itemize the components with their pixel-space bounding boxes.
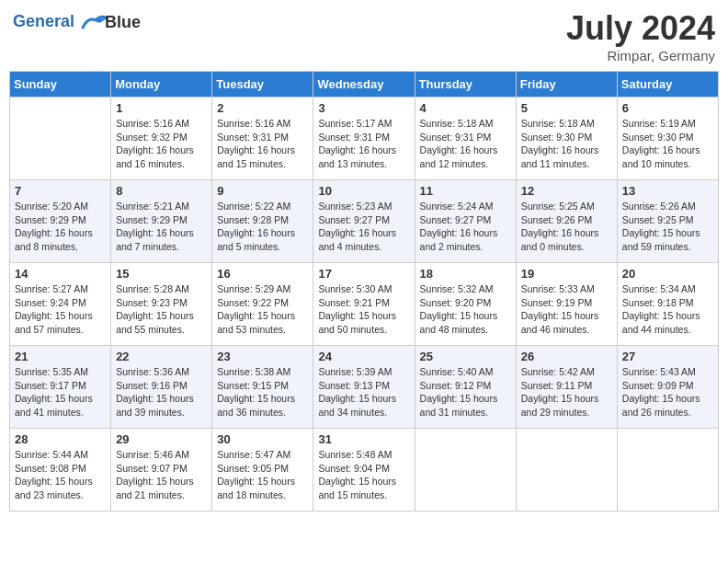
day-info: Sunrise: 5:38 AMSunset: 9:15 PMDaylight:… (217, 365, 308, 419)
logo-general: General (13, 12, 74, 30)
day-number: 21 (15, 350, 106, 363)
calendar-cell: 29Sunrise: 5:46 AMSunset: 9:07 PMDayligh… (111, 429, 212, 511)
page-header: General Blue July 2024 Rimpar, Germany (9, 9, 719, 63)
calendar-cell: 10Sunrise: 5:23 AMSunset: 9:27 PMDayligh… (313, 180, 415, 263)
day-info: Sunrise: 5:19 AMSunset: 9:30 PMDaylight:… (622, 117, 713, 171)
day-info: Sunrise: 5:18 AMSunset: 9:30 PMDaylight:… (521, 117, 612, 171)
day-number: 27 (622, 350, 713, 363)
calendar-cell: 30Sunrise: 5:47 AMSunset: 9:05 PMDayligh… (212, 429, 313, 511)
day-info: Sunrise: 5:36 AMSunset: 9:16 PMDaylight:… (116, 365, 207, 419)
day-info: Sunrise: 5:48 AMSunset: 9:04 PMDaylight:… (318, 448, 409, 502)
week-row-1: 1Sunrise: 5:16 AMSunset: 9:32 PMDaylight… (10, 98, 719, 180)
calendar-cell: 7Sunrise: 5:20 AMSunset: 9:29 PMDaylight… (10, 180, 111, 263)
calendar-cell: 21Sunrise: 5:35 AMSunset: 9:17 PMDayligh… (10, 346, 111, 429)
logo-bird-icon (81, 9, 107, 35)
day-header-friday: Friday (516, 72, 617, 98)
calendar-cell: 2Sunrise: 5:16 AMSunset: 9:31 PMDaylight… (212, 98, 313, 180)
title-block: July 2024 Rimpar, Germany (566, 9, 715, 63)
logo: General Blue (13, 9, 141, 35)
week-row-3: 14Sunrise: 5:27 AMSunset: 9:24 PMDayligh… (10, 263, 719, 346)
calendar-cell: 22Sunrise: 5:36 AMSunset: 9:16 PMDayligh… (111, 346, 212, 429)
day-number: 16 (217, 267, 308, 281)
day-info: Sunrise: 5:29 AMSunset: 9:22 PMDaylight:… (217, 282, 308, 337)
day-header-monday: Monday (111, 72, 212, 98)
day-number: 14 (15, 267, 106, 281)
day-number: 6 (622, 101, 713, 115)
calendar-cell: 23Sunrise: 5:38 AMSunset: 9:15 PMDayligh… (212, 346, 313, 429)
calendar-cell: 11Sunrise: 5:24 AMSunset: 9:27 PMDayligh… (415, 180, 516, 263)
week-row-4: 21Sunrise: 5:35 AMSunset: 9:17 PMDayligh… (10, 346, 719, 429)
day-info: Sunrise: 5:39 AMSunset: 9:13 PMDaylight:… (318, 365, 409, 419)
calendar-cell: 20Sunrise: 5:34 AMSunset: 9:18 PMDayligh… (617, 263, 718, 346)
day-number: 1 (116, 101, 207, 115)
calendar-table: SundayMondayTuesdayWednesdayThursdayFrid… (9, 71, 719, 511)
day-info: Sunrise: 5:33 AMSunset: 9:19 PMDaylight:… (521, 282, 612, 337)
calendar-cell: 8Sunrise: 5:21 AMSunset: 9:29 PMDaylight… (111, 180, 212, 263)
day-info: Sunrise: 5:28 AMSunset: 9:23 PMDaylight:… (116, 282, 207, 337)
day-info: Sunrise: 5:30 AMSunset: 9:21 PMDaylight:… (318, 282, 409, 337)
calendar-cell: 17Sunrise: 5:30 AMSunset: 9:21 PMDayligh… (313, 263, 415, 346)
day-number: 20 (622, 267, 713, 281)
day-header-saturday: Saturday (617, 72, 718, 98)
calendar-cell (10, 98, 111, 180)
day-number: 13 (622, 184, 713, 198)
day-header-tuesday: Tuesday (212, 72, 313, 98)
day-info: Sunrise: 5:44 AMSunset: 9:08 PMDaylight:… (15, 448, 106, 502)
calendar-cell: 31Sunrise: 5:48 AMSunset: 9:04 PMDayligh… (313, 429, 415, 511)
calendar-cell: 25Sunrise: 5:40 AMSunset: 9:12 PMDayligh… (415, 346, 516, 429)
day-number: 3 (318, 101, 409, 115)
day-number: 23 (217, 350, 308, 363)
day-info: Sunrise: 5:42 AMSunset: 9:11 PMDaylight:… (521, 365, 612, 419)
day-info: Sunrise: 5:40 AMSunset: 9:12 PMDaylight:… (420, 365, 511, 419)
calendar-cell: 28Sunrise: 5:44 AMSunset: 9:08 PMDayligh… (10, 429, 111, 511)
day-info: Sunrise: 5:27 AMSunset: 9:24 PMDaylight:… (15, 282, 106, 337)
day-info: Sunrise: 5:34 AMSunset: 9:18 PMDaylight:… (622, 282, 713, 337)
calendar-cell: 1Sunrise: 5:16 AMSunset: 9:32 PMDaylight… (111, 98, 212, 180)
day-info: Sunrise: 5:16 AMSunset: 9:31 PMDaylight:… (217, 117, 308, 171)
location: Rimpar, Germany (566, 48, 715, 63)
calendar-cell: 16Sunrise: 5:29 AMSunset: 9:22 PMDayligh… (212, 263, 313, 346)
day-info: Sunrise: 5:43 AMSunset: 9:09 PMDaylight:… (622, 365, 713, 419)
day-info: Sunrise: 5:17 AMSunset: 9:31 PMDaylight:… (318, 117, 409, 171)
day-number: 18 (420, 267, 511, 281)
day-number: 31 (318, 432, 409, 446)
day-number: 29 (116, 432, 207, 446)
calendar-cell: 26Sunrise: 5:42 AMSunset: 9:11 PMDayligh… (516, 346, 617, 429)
day-info: Sunrise: 5:16 AMSunset: 9:32 PMDaylight:… (116, 117, 207, 171)
calendar-cell: 13Sunrise: 5:26 AMSunset: 9:25 PMDayligh… (617, 180, 718, 263)
day-number: 26 (521, 350, 612, 363)
calendar-cell (516, 429, 617, 511)
day-info: Sunrise: 5:25 AMSunset: 9:26 PMDaylight:… (521, 200, 612, 254)
day-number: 7 (15, 184, 106, 198)
calendar-cell: 4Sunrise: 5:18 AMSunset: 9:31 PMDaylight… (415, 98, 516, 180)
day-info: Sunrise: 5:20 AMSunset: 9:29 PMDaylight:… (15, 200, 106, 254)
day-number: 28 (15, 432, 106, 446)
calendar-cell: 6Sunrise: 5:19 AMSunset: 9:30 PMDaylight… (617, 98, 718, 180)
day-info: Sunrise: 5:22 AMSunset: 9:28 PMDaylight:… (217, 200, 308, 254)
day-header-sunday: Sunday (10, 72, 111, 98)
calendar-cell: 24Sunrise: 5:39 AMSunset: 9:13 PMDayligh… (313, 346, 415, 429)
day-info: Sunrise: 5:23 AMSunset: 9:27 PMDaylight:… (318, 200, 409, 254)
day-info: Sunrise: 5:46 AMSunset: 9:07 PMDaylight:… (116, 448, 207, 502)
day-info: Sunrise: 5:47 AMSunset: 9:05 PMDaylight:… (217, 448, 308, 502)
day-header-thursday: Thursday (415, 72, 516, 98)
month-title: July 2024 (566, 9, 715, 48)
day-number: 2 (217, 101, 308, 115)
calendar-header-row: SundayMondayTuesdayWednesdayThursdayFrid… (10, 72, 719, 98)
day-number: 11 (420, 184, 511, 198)
day-number: 22 (116, 350, 207, 363)
day-number: 9 (217, 184, 308, 198)
calendar-cell: 18Sunrise: 5:32 AMSunset: 9:20 PMDayligh… (415, 263, 516, 346)
logo-blue: Blue (105, 13, 141, 31)
day-info: Sunrise: 5:21 AMSunset: 9:29 PMDaylight:… (116, 200, 207, 254)
calendar-cell: 27Sunrise: 5:43 AMSunset: 9:09 PMDayligh… (617, 346, 718, 429)
day-number: 4 (420, 101, 511, 115)
calendar-cell: 19Sunrise: 5:33 AMSunset: 9:19 PMDayligh… (516, 263, 617, 346)
day-info: Sunrise: 5:26 AMSunset: 9:25 PMDaylight:… (622, 200, 713, 254)
day-number: 25 (420, 350, 511, 363)
day-number: 19 (521, 267, 612, 281)
calendar-cell: 5Sunrise: 5:18 AMSunset: 9:30 PMDaylight… (516, 98, 617, 180)
day-info: Sunrise: 5:32 AMSunset: 9:20 PMDaylight:… (420, 282, 511, 337)
day-number: 17 (318, 267, 409, 281)
calendar-cell: 3Sunrise: 5:17 AMSunset: 9:31 PMDaylight… (313, 98, 415, 180)
